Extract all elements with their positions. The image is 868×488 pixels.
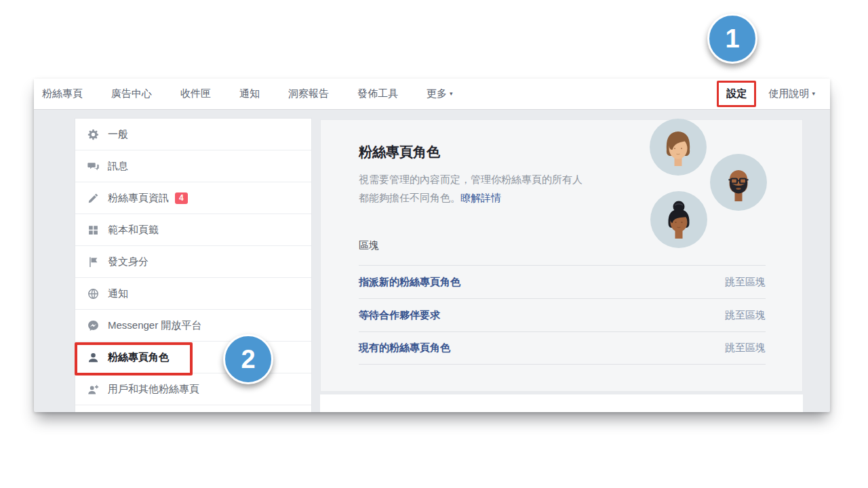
sidebar-item-page-info[interactable]: 粉絲專頁資訊 4 bbox=[75, 182, 311, 214]
sidebar-item-label: 通知 bbox=[108, 287, 128, 300]
section-link[interactable]: 指派新的粉絲專頁角色 bbox=[359, 276, 460, 289]
sidebar-item-notifications[interactable]: 通知 bbox=[75, 278, 311, 310]
jump-to-section-link[interactable]: 跳至區塊 bbox=[725, 276, 766, 289]
sidebar-item-people-other-pages[interactable]: 用戶和其他粉絲專頁 bbox=[75, 373, 311, 405]
nav-tab-ad-center[interactable]: 廣告中心 bbox=[111, 87, 152, 100]
annotation-step-1: 1 bbox=[707, 14, 757, 64]
sidebar-item-post-attribution[interactable]: 發文身分 bbox=[75, 246, 311, 278]
avatar-woman-bun bbox=[650, 191, 707, 248]
page: 粉絲專頁 廣告中心 收件匣 通知 洞察報告 發佈工具 更多▾ 設定 使用說明▾ … bbox=[0, 0, 868, 488]
page-title: 粉絲專頁角色 bbox=[359, 143, 440, 161]
person-icon bbox=[87, 352, 99, 363]
nav-tab-inbox[interactable]: 收件匣 bbox=[180, 87, 211, 100]
sidebar-item-label: 粉絲專頁資訊 bbox=[108, 192, 169, 205]
sidebar-item-label: 用戶和其他粉絲專頁 bbox=[108, 383, 199, 396]
top-nav: 粉絲專頁 廣告中心 收件匣 通知 洞察報告 發佈工具 更多▾ 設定 使用說明▾ bbox=[34, 79, 830, 110]
flag-icon bbox=[87, 256, 99, 268]
nav-more-label: 更多 bbox=[427, 87, 447, 99]
jump-to-section-link[interactable]: 跳至區塊 bbox=[725, 309, 766, 322]
sidebar-item-general[interactable]: 一般 bbox=[75, 119, 311, 150]
nav-tab-more[interactable]: 更多▾ bbox=[427, 87, 453, 100]
learn-more-link[interactable]: 瞭解詳情 bbox=[460, 192, 501, 203]
sidebar-item-page-roles[interactable]: 粉絲專頁角色 bbox=[75, 342, 311, 373]
annotation-step-2: 2 bbox=[223, 334, 273, 384]
person-add-icon bbox=[87, 384, 99, 395]
messenger-icon bbox=[87, 320, 99, 331]
next-section-panel bbox=[320, 394, 803, 412]
description-line2: 都能夠擔任不同角色。 bbox=[359, 192, 460, 203]
avatar-man-beard-glasses bbox=[710, 154, 767, 211]
sidebar-item-label: 範本和頁籤 bbox=[108, 224, 159, 237]
settings-sidebar: 一般 訊息 粉絲專頁資訊 4 範本和頁籤 bbox=[75, 118, 312, 412]
facebook-settings-screenshot: 粉絲專頁 廣告中心 收件匣 通知 洞察報告 發佈工具 更多▾ 設定 使用說明▾ … bbox=[34, 79, 830, 412]
nav-tab-publishing-tools[interactable]: 發佈工具 bbox=[357, 87, 398, 100]
avatar-woman-bob bbox=[650, 119, 707, 176]
nav-tab-help[interactable]: 使用說明▾ bbox=[768, 87, 815, 100]
description-line1: 視需要管理的內容而定，管理你粉絲專頁的所有人 bbox=[359, 174, 583, 185]
chevron-down-icon: ▾ bbox=[450, 90, 453, 97]
globe-icon bbox=[87, 288, 99, 300]
page-description: 視需要管理的內容而定，管理你粉絲專頁的所有人 都能夠擔任不同角色。瞭解詳情 bbox=[359, 170, 657, 207]
nav-tab-settings[interactable]: 設定 bbox=[726, 87, 747, 99]
nav-tab-pages[interactable]: 粉絲專頁 bbox=[42, 87, 83, 100]
nav-help-label: 使用說明 bbox=[768, 87, 809, 99]
sidebar-item-label: 發文身分 bbox=[108, 256, 149, 268]
annotation-redbox-settings: 設定 bbox=[717, 81, 756, 107]
sections-heading: 區塊 bbox=[359, 239, 379, 252]
nav-right-group: 設定 使用說明▾ bbox=[717, 81, 815, 107]
chat-icon bbox=[87, 161, 99, 172]
sidebar-item-templates-tabs[interactable]: 範本和頁籤 bbox=[75, 214, 311, 246]
section-link[interactable]: 現有的粉絲專頁角色 bbox=[359, 342, 450, 354]
jump-to-section-link[interactable]: 跳至區塊 bbox=[725, 342, 766, 354]
sidebar-item-label: Messenger 開放平台 bbox=[108, 319, 201, 332]
section-row-assign-new-role: 指派新的粉絲專頁角色 跳至區塊 bbox=[359, 265, 766, 298]
sidebar-item-messaging[interactable]: 訊息 bbox=[75, 150, 311, 182]
sections-list: 指派新的粉絲專頁角色 跳至區塊 等待合作夥伴要求 跳至區塊 現有的粉絲專頁角色 … bbox=[359, 265, 766, 365]
notification-badge: 4 bbox=[175, 192, 188, 204]
sidebar-item-label: 一般 bbox=[108, 128, 128, 141]
pencil-icon bbox=[87, 192, 99, 204]
grid-icon bbox=[87, 224, 99, 236]
sidebar-item-messenger-platform[interactable]: Messenger 開放平台 bbox=[75, 310, 311, 342]
sidebar-item-label: 訊息 bbox=[108, 160, 128, 173]
section-row-pending-partner-requests: 等待合作夥伴要求 跳至區塊 bbox=[359, 298, 766, 331]
page-roles-panel: 粉絲專頁角色 視需要管理的內容而定，管理你粉絲專頁的所有人 都能夠擔任不同角色。… bbox=[320, 119, 803, 392]
section-row-existing-roles: 現有的粉絲專頁角色 跳至區塊 bbox=[359, 331, 766, 365]
section-link[interactable]: 等待合作夥伴要求 bbox=[359, 309, 440, 322]
sidebar-item-label: 粉絲專頁角色 bbox=[108, 351, 169, 364]
gear-icon bbox=[87, 129, 99, 140]
chevron-down-icon: ▾ bbox=[812, 90, 815, 97]
nav-tab-notifications[interactable]: 通知 bbox=[239, 87, 260, 100]
nav-tab-insights[interactable]: 洞察報告 bbox=[288, 87, 329, 100]
